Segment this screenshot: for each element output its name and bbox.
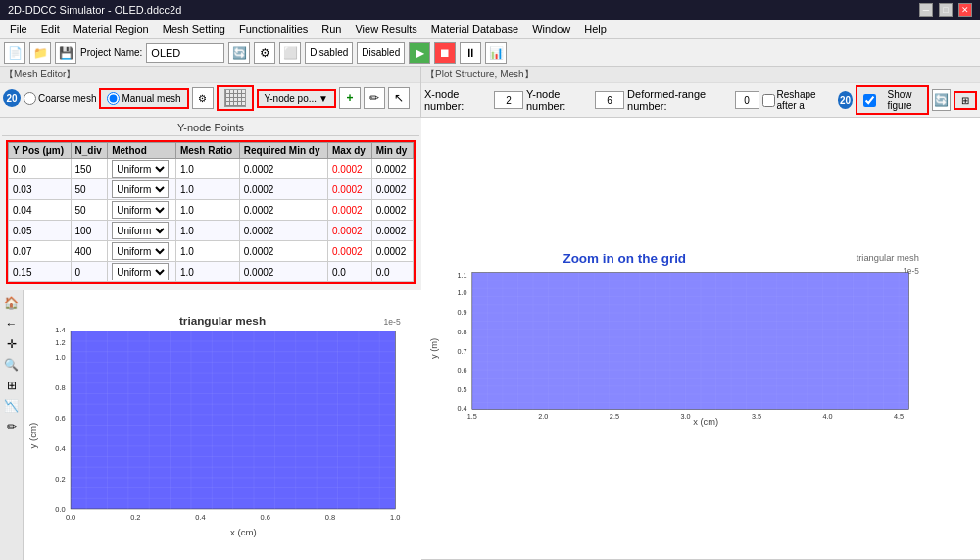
svg-text:4.0: 4.0: [822, 412, 832, 421]
home-icon[interactable]: 🏠: [3, 294, 21, 312]
cell-max-dy: 0.0002: [328, 179, 372, 200]
reshape-checkbox[interactable]: [762, 94, 775, 107]
table-row[interactable]: 0.15 0 Uniform 1.0 0.0002 0.0 0.0: [9, 262, 414, 282]
minimize-button[interactable]: ─: [919, 3, 933, 17]
toolbar-icon2[interactable]: ⚙: [254, 42, 275, 64]
project-name-input[interactable]: [146, 43, 224, 63]
reshape-label[interactable]: Reshape after a: [762, 89, 835, 111]
move-icon[interactable]: ✛: [3, 335, 21, 353]
chart2-icon[interactable]: 📉: [3, 397, 21, 415]
menu-functionalities[interactable]: Functionalities: [233, 22, 314, 37]
pause-btn[interactable]: ⏸: [460, 42, 481, 64]
cell-y-pos: 0.04: [9, 200, 72, 221]
run-btn[interactable]: ▶: [409, 42, 430, 64]
grid-view-icon[interactable]: ⊞: [954, 91, 977, 110]
manual-mesh-button[interactable]: Manual mesh: [99, 88, 188, 109]
method-select[interactable]: Uniform: [112, 263, 169, 280]
settings-icon[interactable]: ⚙: [192, 87, 214, 109]
menu-file[interactable]: File: [4, 22, 33, 37]
cell-n-div: 50: [71, 179, 108, 200]
zoom-icon[interactable]: 🔍: [3, 356, 21, 374]
svg-text:0.4: 0.4: [458, 404, 467, 413]
manual-mesh-radio[interactable]: [107, 92, 120, 105]
deformed-input[interactable]: [735, 91, 760, 109]
edit-icon[interactable]: ✏: [364, 87, 385, 109]
table-row[interactable]: 0.07 400 Uniform 1.0 0.0002 0.0002 0.000…: [9, 241, 414, 262]
svg-text:y (m): y (m): [429, 338, 439, 359]
svg-text:1.0: 1.0: [55, 353, 65, 362]
svg-text:1.0: 1.0: [390, 513, 400, 522]
close-button[interactable]: ✕: [958, 3, 972, 17]
cell-req-min-dy: 0.0002: [239, 159, 327, 179]
x-node-input[interactable]: [494, 91, 523, 109]
table-row[interactable]: 0.04 50 Uniform 1.0 0.0002 0.0002 0.0002: [9, 200, 414, 221]
svg-text:0.2: 0.2: [55, 475, 65, 484]
toolbar-icon1[interactable]: 🔄: [228, 42, 250, 64]
coarse-mesh-radio[interactable]: [24, 92, 36, 105]
plot-structure-controls: X-node number: Y-node number: Deformed-r…: [421, 83, 980, 117]
cell-min-dy: 0.0: [371, 262, 413, 282]
chart-btn[interactable]: 📊: [485, 42, 507, 64]
header-row: Y Pos (μm) N_div Method Mesh Ratio Requi…: [9, 143, 414, 159]
mesh-editor-controls: 20 Coarse mesh Manual mesh ⚙ Y-node po..…: [0, 83, 420, 113]
svg-text:1e-5: 1e-5: [384, 317, 401, 327]
menu-edit[interactable]: Edit: [35, 22, 66, 37]
show-figure-checkbox[interactable]: [863, 94, 876, 107]
y-node-input[interactable]: [595, 91, 624, 109]
mesh-grid-icon[interactable]: [217, 85, 254, 111]
grid-icon: [224, 89, 246, 107]
method-select[interactable]: Uniform: [112, 222, 169, 239]
svg-text:1.5: 1.5: [467, 412, 477, 421]
y-node-dropdown[interactable]: Y-node po...▼: [257, 89, 336, 108]
table-row[interactable]: 0.05 100 Uniform 1.0 0.0002 0.0002 0.000…: [9, 221, 414, 241]
cell-n-div: 100: [71, 221, 108, 241]
cell-req-min-dy: 0.0002: [239, 241, 327, 262]
show-figure-button[interactable]: Show figure: [856, 85, 928, 115]
method-select[interactable]: Uniform: [112, 242, 169, 260]
menu-view-results[interactable]: View Results: [349, 22, 422, 37]
menu-material-region[interactable]: Material Region: [68, 22, 155, 37]
new-button[interactable]: 📄: [4, 42, 25, 64]
content-area: Y-node Points Y Pos (μm) N_div Method Me…: [0, 118, 980, 560]
svg-text:1.4: 1.4: [55, 326, 65, 334]
maximize-button[interactable]: □: [939, 3, 953, 17]
svg-rect-55: [472, 273, 909, 410]
back-icon[interactable]: ←: [3, 315, 21, 332]
menu-run[interactable]: Run: [316, 22, 347, 37]
mesh-table-container: Y Pos (μm) N_div Method Mesh Ratio Requi…: [6, 140, 416, 284]
table-row[interactable]: 0.03 50 Uniform 1.0 0.0002 0.0002 0.0002: [9, 179, 414, 200]
svg-text:0.7: 0.7: [458, 347, 467, 356]
svg-text:0.9: 0.9: [458, 308, 467, 317]
cell-req-min-dy: 0.0002: [239, 200, 327, 221]
svg-text:3.5: 3.5: [752, 412, 761, 421]
menu-material-database[interactable]: Material Database: [425, 22, 524, 37]
window-title: 2D-DDCC Simulator - OLED.ddcc2d: [8, 4, 181, 16]
open-button[interactable]: 📁: [29, 42, 51, 64]
disabled-btn1[interactable]: Disabled: [305, 42, 353, 64]
cell-n-div: 50: [71, 200, 108, 221]
stop-btn[interactable]: ⏹: [434, 42, 456, 64]
left-panel: Y-node Points Y Pos (μm) N_div Method Me…: [0, 118, 421, 560]
coarse-mesh-radio-label[interactable]: Coarse mesh: [24, 92, 96, 105]
method-select[interactable]: Uniform: [112, 201, 169, 219]
save-button[interactable]: 💾: [55, 42, 76, 64]
cursor-icon[interactable]: ↖: [388, 87, 410, 109]
mesh-editor-section: 【Mesh Editor】 20 Coarse mesh Manual mesh…: [0, 67, 421, 117]
cell-min-dy: 0.0002: [371, 179, 413, 200]
toolbar-icon3[interactable]: ⬜: [279, 42, 301, 64]
pen-icon[interactable]: ✏: [3, 418, 21, 435]
method-select[interactable]: Uniform: [112, 160, 169, 178]
disabled-btn2[interactable]: Disabled: [357, 42, 405, 64]
menu-window[interactable]: Window: [526, 22, 576, 37]
grid-icon2[interactable]: ⊞: [3, 377, 21, 394]
table-row[interactable]: 0.0 150 Uniform 1.0 0.0002 0.0002 0.0002: [9, 159, 414, 179]
method-select[interactable]: Uniform: [112, 180, 169, 198]
cell-method: Uniform: [108, 221, 176, 241]
cell-y-pos: 0.03: [9, 179, 72, 200]
add-icon[interactable]: +: [339, 87, 361, 109]
cell-max-dy: 0.0002: [328, 241, 372, 262]
menu-mesh-setting[interactable]: Mesh Setting: [157, 22, 231, 37]
menu-help[interactable]: Help: [578, 22, 612, 37]
refresh-icon[interactable]: 🔄: [932, 89, 951, 111]
bottom-area: 🏠 ← ✛ 🔍 ⊞ 📉 ✏ triangular mesh 1e-5: [0, 290, 421, 560]
